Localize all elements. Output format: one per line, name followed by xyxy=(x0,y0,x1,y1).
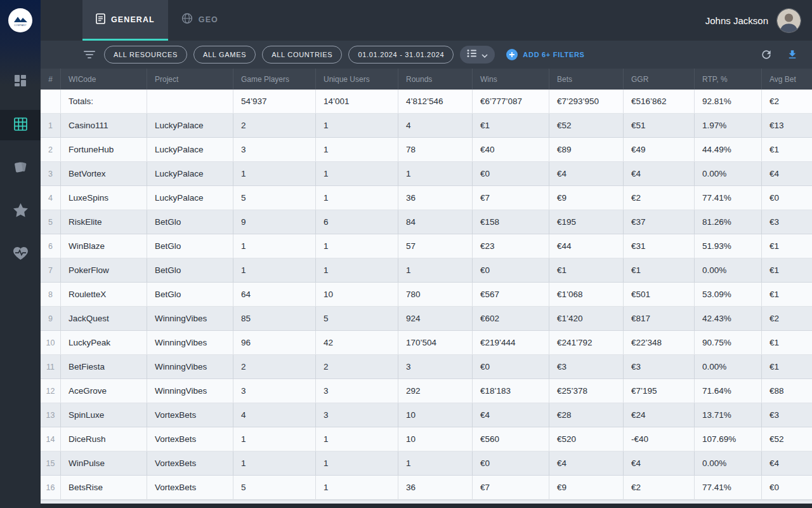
table-cell: 42.43% xyxy=(695,307,762,331)
filter-all-countries[interactable]: ALL COUNTRIES xyxy=(262,46,342,64)
table-cell: €1’420 xyxy=(549,307,624,331)
filter-funnel-icon[interactable] xyxy=(84,50,95,59)
column-header[interactable]: Game Players xyxy=(233,69,316,90)
table-row[interactable]: 6WinBlazeBetGlo1157€23€44€3151.93%€1 xyxy=(41,234,812,258)
table-cell: RiskElite xyxy=(61,210,147,234)
table-cell: 3 xyxy=(233,138,316,162)
column-header[interactable]: RTP, % xyxy=(695,69,762,90)
sidebar-item-health[interactable] xyxy=(0,239,41,270)
table-cell: BetGlo xyxy=(147,283,233,307)
table-row[interactable]: 11BetFiestaWinningVibes223€0€3€30.00%€1 xyxy=(41,355,812,379)
column-header[interactable]: GGR xyxy=(624,69,695,90)
column-header[interactable]: Avg Bet xyxy=(762,69,812,90)
table-cell: €516’862 xyxy=(624,90,695,114)
filter-date-range[interactable]: 01.01.2024 - 31.01.2024 xyxy=(348,46,454,64)
table-cell: 1 xyxy=(233,451,316,476)
column-header[interactable]: Rounds xyxy=(398,69,473,90)
company-logo[interactable]: COMPANY xyxy=(8,8,32,32)
table-row[interactable]: 12AceGroveWinningVibes33292€18’183€25’37… xyxy=(41,379,812,403)
filter-all-resources[interactable]: ALL RESOURCES xyxy=(104,46,187,64)
table-cell: 85 xyxy=(233,307,316,331)
table-cell: €560 xyxy=(473,427,549,451)
column-header[interactable]: Project xyxy=(147,69,233,90)
table-row[interactable]: 14DiceRushVortexBets1110€560€520-€40107.… xyxy=(41,427,812,451)
svg-text:COMPANY: COMPANY xyxy=(14,24,27,27)
company-logo-icon: COMPANY xyxy=(10,10,30,30)
table-cell: VortexBets xyxy=(147,427,233,451)
table-cell: €1 xyxy=(549,258,624,283)
tab-bar: GENERAL GEO xyxy=(82,0,232,41)
table-cell: €23 xyxy=(473,234,549,258)
table-cell: DiceRush xyxy=(61,427,147,451)
totals-row[interactable]: Totals:54’93714’0014’812’546€6’777’087€7… xyxy=(41,90,812,114)
refresh-button[interactable] xyxy=(760,48,773,61)
table-cell: €18’183 xyxy=(473,379,549,403)
row-index: 1 xyxy=(41,114,61,138)
tab-geo[interactable]: GEO xyxy=(168,0,232,41)
user-menu[interactable]: Johns Jackson xyxy=(705,0,812,41)
sidebar-item-dashboard[interactable] xyxy=(0,67,41,97)
column-header[interactable]: # xyxy=(41,69,61,90)
row-index: 5 xyxy=(41,210,61,234)
table-cell: €6’777’087 xyxy=(473,90,549,114)
table-row[interactable]: 1Casino111LuckyPalace214€1€52€511.97%€13 xyxy=(41,114,812,138)
table-row[interactable]: 10LuckyPeakWinningVibes9642170’504€219’4… xyxy=(41,331,812,355)
sidebar-item-cards[interactable] xyxy=(0,153,41,184)
filter-all-games[interactable]: ALL GAMES xyxy=(193,46,256,64)
table-cell: €158 xyxy=(473,210,549,234)
table-row[interactable]: 16BetsRiseVortexBets5136€7€9€277.41%€0 xyxy=(41,476,812,500)
table-cell xyxy=(147,90,233,114)
table-cell: 1 xyxy=(398,162,473,186)
table-row[interactable]: 13SpinLuxeVortexBets4310€4€28€2413.71%€3 xyxy=(41,403,812,427)
table-cell: WinningVibes xyxy=(147,379,233,403)
column-header[interactable]: Wins xyxy=(473,69,549,90)
table-cell: 54’937 xyxy=(233,90,316,114)
table-cell: 4’812’546 xyxy=(398,90,473,114)
table-cell: 57 xyxy=(398,234,473,258)
table-row[interactable]: 15WinPulseVortexBets111€0€4€40.00%€4 xyxy=(41,451,812,476)
table-cell: BetFiesta xyxy=(61,355,147,379)
table-row[interactable]: 3BetVortexLuckyPalace111€0€4€40.00%€4 xyxy=(41,162,812,186)
row-index: 14 xyxy=(41,427,61,451)
sidebar-item-tables[interactable] xyxy=(0,110,41,140)
tab-general[interactable]: GENERAL xyxy=(82,0,168,41)
table-cell: JackQuest xyxy=(61,307,147,331)
row-index: 2 xyxy=(41,138,61,162)
table-cell: €1 xyxy=(762,355,812,379)
table-cell: €1 xyxy=(762,234,812,258)
column-header[interactable]: Unique Users xyxy=(316,69,398,90)
table-cell: LuckyPalace xyxy=(147,138,233,162)
add-filters-button[interactable]: ADD 6+ FILTERS xyxy=(506,49,584,60)
table-cell: €28 xyxy=(549,403,624,427)
table-cell: €3 xyxy=(762,403,812,427)
tab-general-label: GENERAL xyxy=(111,15,155,24)
column-header[interactable]: WICode xyxy=(61,69,147,90)
sidebar-item-favorites[interactable] xyxy=(0,196,41,227)
table-cell: 924 xyxy=(398,307,473,331)
table-cell: €22’348 xyxy=(624,331,695,355)
table-cell: 42 xyxy=(316,331,398,355)
table-cell: €49 xyxy=(624,138,695,162)
table-cell: WinBlaze xyxy=(61,234,147,258)
table-row[interactable]: 9JackQuestWinningVibes855924€602€1’420€8… xyxy=(41,307,812,331)
column-header[interactable]: Bets xyxy=(549,69,624,90)
column-settings-dropdown[interactable] xyxy=(460,46,495,64)
table-cell: LuxeSpins xyxy=(61,186,147,210)
table-row[interactable]: 7PokerFlowBetGlo111€0€1€10.00%€1 xyxy=(41,258,812,283)
table-cell: LuckyPalace xyxy=(147,114,233,138)
table-cell: €52 xyxy=(762,427,812,451)
table-row[interactable]: 4LuxeSpinsLuckyPalace5136€7€9€277.41%€0 xyxy=(41,186,812,210)
table-cell: €7 xyxy=(473,186,549,210)
table-cell: 1 xyxy=(316,162,398,186)
download-button[interactable] xyxy=(787,49,798,60)
table-row[interactable]: 5RiskEliteBetGlo9684€158€195€3781.26%€3 xyxy=(41,210,812,234)
table-cell: 64 xyxy=(233,283,316,307)
table-cell: 0.00% xyxy=(695,451,762,476)
table-row[interactable]: 8RouletteXBetGlo6410780€567€1’068€50153.… xyxy=(41,283,812,307)
table-cell: €52 xyxy=(549,114,624,138)
user-avatar[interactable] xyxy=(777,9,801,32)
table-cell: €0 xyxy=(473,162,549,186)
table-cell: 81.26% xyxy=(695,210,762,234)
table-row[interactable]: 2FortuneHubLuckyPalace3178€40€89€4944.49… xyxy=(41,138,812,162)
table-cell: 1 xyxy=(398,451,473,476)
